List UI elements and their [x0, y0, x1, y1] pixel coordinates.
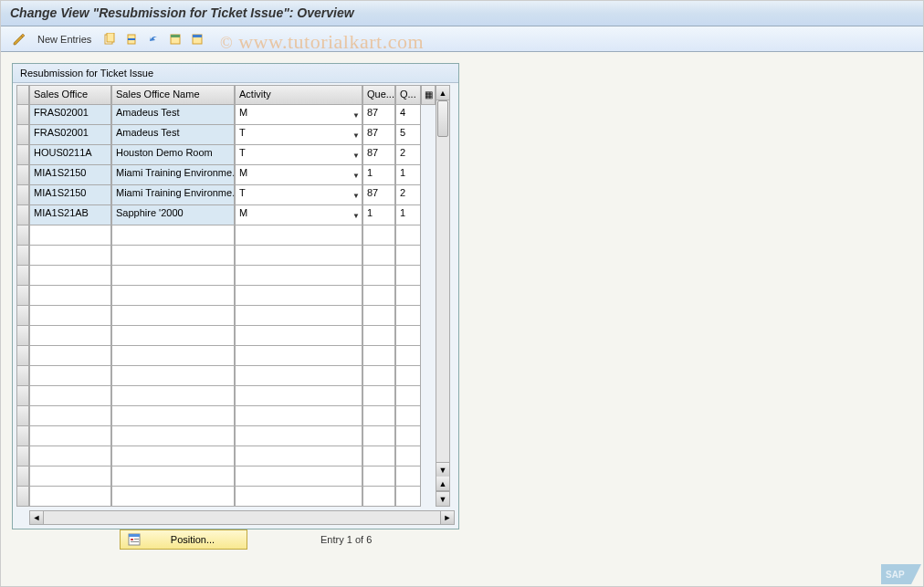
cell-sales-office-name[interactable]: [111, 286, 235, 306]
dropdown-icon[interactable]: ▼: [352, 110, 360, 119]
cell-sales-office-name[interactable]: Amadeus Test: [111, 105, 235, 125]
cell-q[interactable]: [395, 346, 421, 366]
row-selector[interactable]: [16, 246, 29, 266]
cell-activity[interactable]: M▼: [235, 105, 362, 125]
cell-sales-office-name[interactable]: [111, 246, 235, 266]
cell-activity[interactable]: [235, 326, 362, 346]
dropdown-icon[interactable]: ▼: [352, 131, 360, 139]
row-selector[interactable]: [16, 406, 29, 426]
cell-activity[interactable]: T▼: [235, 145, 362, 165]
cell-sales-office[interactable]: HOUS0211A: [29, 145, 111, 165]
cell-que[interactable]: 1: [362, 205, 395, 225]
vertical-scrollbar[interactable]: ▲ ▼ ▲ ▼: [436, 85, 450, 507]
cell-sales-office-name[interactable]: [111, 406, 235, 426]
cell-que[interactable]: 1: [362, 165, 395, 185]
cell-q[interactable]: [395, 426, 421, 446]
row-selector[interactable]: [16, 306, 29, 326]
cell-activity[interactable]: [235, 286, 362, 306]
table-settings-icon[interactable]: ▦: [421, 85, 436, 105]
cell-sales-office-name[interactable]: [111, 426, 235, 446]
cell-que[interactable]: [362, 286, 395, 306]
cell-activity[interactable]: [235, 426, 362, 446]
cell-q[interactable]: [395, 225, 421, 246]
cell-que[interactable]: [362, 406, 395, 426]
cell-activity[interactable]: [235, 406, 362, 426]
cell-sales-office[interactable]: [29, 466, 111, 487]
cell-sales-office[interactable]: MIA1S2150: [29, 185, 111, 205]
row-selector[interactable]: [16, 125, 29, 145]
cell-sales-office[interactable]: MIA1S21AB: [29, 205, 111, 225]
cell-q[interactable]: 1: [395, 205, 421, 225]
cell-sales-office[interactable]: [29, 225, 111, 246]
cell-que[interactable]: [362, 225, 395, 246]
cell-q[interactable]: [395, 266, 421, 286]
cell-que[interactable]: [362, 326, 395, 346]
cell-sales-office-name[interactable]: Miami Training Environme..: [111, 165, 235, 185]
scroll-down-icon[interactable]: ▼: [436, 462, 449, 477]
cell-sales-office[interactable]: [29, 426, 111, 446]
cell-sales-office[interactable]: FRAS02001: [29, 125, 111, 145]
cell-sales-office[interactable]: [29, 246, 111, 266]
cell-q[interactable]: 5: [395, 125, 421, 145]
cell-sales-office-name[interactable]: [111, 326, 235, 346]
cell-sales-office-name[interactable]: Amadeus Test: [111, 125, 235, 145]
cell-sales-office-name[interactable]: [111, 446, 235, 466]
row-selector[interactable]: [16, 346, 29, 366]
row-selector[interactable]: [16, 145, 29, 165]
cell-q[interactable]: [395, 446, 421, 466]
cell-q[interactable]: [395, 406, 421, 426]
dropdown-icon[interactable]: ▼: [352, 191, 360, 199]
cell-que[interactable]: [362, 346, 395, 366]
cell-que[interactable]: [362, 466, 395, 487]
cell-activity[interactable]: M▼: [235, 205, 362, 225]
cell-activity[interactable]: [235, 346, 362, 366]
cell-activity[interactable]: [235, 446, 362, 466]
cell-activity[interactable]: [235, 366, 362, 386]
cell-sales-office-name[interactable]: [111, 466, 235, 487]
cell-activity[interactable]: [235, 246, 362, 266]
cell-que[interactable]: [362, 266, 395, 286]
cell-activity[interactable]: [235, 266, 362, 286]
cell-activity[interactable]: [235, 306, 362, 326]
copy-icon[interactable]: [100, 30, 119, 48]
cell-sales-office-name[interactable]: Miami Training Environme..: [111, 185, 235, 205]
cell-sales-office[interactable]: FRAS02001: [29, 105, 111, 125]
scroll-thumb[interactable]: [437, 100, 448, 137]
cell-activity[interactable]: M▼: [235, 165, 362, 185]
row-selector[interactable]: [16, 205, 29, 225]
cell-activity[interactable]: [235, 466, 362, 487]
cell-q[interactable]: [395, 246, 421, 266]
dropdown-icon[interactable]: ▼: [352, 151, 360, 159]
scroll-up2-icon[interactable]: ▲: [436, 477, 449, 491]
cell-que[interactable]: 87: [362, 145, 395, 165]
cell-sales-office[interactable]: [29, 386, 111, 406]
row-selector[interactable]: [16, 366, 29, 386]
cell-sales-office-name[interactable]: [111, 366, 235, 386]
cell-activity[interactable]: [235, 487, 362, 507]
cell-sales-office-name[interactable]: [111, 346, 235, 366]
cell-q[interactable]: [395, 386, 421, 406]
row-selector[interactable]: [16, 105, 29, 125]
cell-q[interactable]: [395, 326, 421, 346]
position-button[interactable]: Position...: [120, 529, 247, 550]
dropdown-icon[interactable]: ▼: [352, 211, 360, 219]
cell-que[interactable]: [362, 446, 395, 466]
cell-q[interactable]: 1: [395, 165, 421, 185]
row-selector[interactable]: [16, 426, 29, 446]
cell-que[interactable]: [362, 246, 395, 266]
row-selector[interactable]: [16, 225, 29, 246]
cell-sales-office[interactable]: [29, 487, 111, 507]
change-icon[interactable]: [10, 30, 28, 48]
cell-que[interactable]: [362, 306, 395, 326]
dropdown-icon[interactable]: ▼: [352, 171, 360, 179]
cell-activity[interactable]: [235, 225, 362, 246]
cell-q[interactable]: [395, 286, 421, 306]
row-selector-header[interactable]: [16, 85, 29, 105]
cell-que[interactable]: [362, 426, 395, 446]
scroll-down2-icon[interactable]: ▼: [436, 491, 449, 506]
cell-sales-office[interactable]: [29, 326, 111, 346]
cell-sales-office-name[interactable]: Sapphire '2000: [111, 205, 235, 225]
cell-q[interactable]: 2: [395, 145, 421, 165]
col-sales-office-name[interactable]: Sales Office Name: [111, 85, 235, 105]
cell-activity[interactable]: [235, 386, 362, 406]
